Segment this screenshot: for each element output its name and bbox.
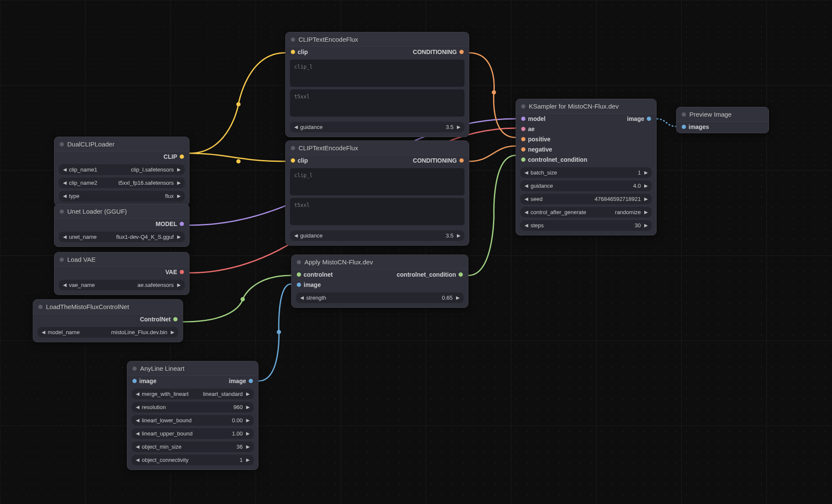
node-unet-loader[interactable]: Unet Loader (GGUF) MODEL ◀unet_nameflux1… — [54, 204, 189, 247]
node-header[interactable]: DualCLIPLoader — [55, 137, 189, 152]
controlnet-output-port[interactable] — [173, 317, 178, 321]
collapse-dot-icon[interactable] — [297, 260, 301, 264]
node-title: Unet Loader (GGUF) — [67, 208, 127, 215]
node-preview-image[interactable]: Preview Image images — [676, 107, 769, 133]
node-dualcliploader[interactable]: DualCLIPLoader CLIP ◀clip_name1clip_l.sa… — [54, 137, 189, 206]
node-header[interactable]: Apply MistoCN-Flux.dev — [292, 255, 468, 269]
controlnet-condition-input-port[interactable] — [521, 158, 525, 162]
param-guidance[interactable]: ◀guidance4.0▶ — [520, 180, 652, 191]
param-steps[interactable]: ◀steps30▶ — [520, 220, 652, 231]
image-output-port[interactable] — [647, 117, 651, 121]
collapse-dot-icon[interactable] — [521, 104, 525, 109]
output-label: MODEL — [155, 220, 177, 227]
images-input-port[interactable] — [682, 125, 686, 129]
param-model-name[interactable]: ◀model_namemistoLine_Flux.dev.bin▶ — [37, 327, 178, 338]
chevron-left-icon: ◀ — [135, 444, 140, 450]
negative-input-port[interactable] — [521, 147, 525, 152]
collapse-dot-icon[interactable] — [132, 367, 137, 371]
clip-input-port[interactable] — [291, 50, 295, 54]
collapse-dot-icon[interactable] — [291, 37, 295, 42]
param-lineart-upper-bound[interactable]: ◀lineart_upper_bound1.00▶ — [132, 428, 254, 439]
positive-input-port[interactable] — [521, 137, 525, 141]
ae-input-port[interactable] — [521, 127, 525, 131]
node-header[interactable]: Preview Image — [677, 107, 769, 122]
chevron-right-icon: ▶ — [245, 431, 250, 436]
collapse-dot-icon[interactable] — [60, 209, 64, 214]
chevron-right-icon: ▶ — [245, 391, 250, 397]
node-header[interactable]: Load VAE — [55, 252, 189, 267]
node-header[interactable]: AnyLine Lineart — [127, 361, 258, 376]
node-apply-mistocn[interactable]: Apply MistoCN-Flux.dev controlnet contro… — [291, 255, 468, 308]
param-guidance[interactable]: ◀guidance3.5▶ — [290, 122, 465, 132]
param-unet-name[interactable]: ◀unet_nameflux1-dev-Q4_K_S.gguf▶ — [59, 232, 185, 242]
controlnet-input-port[interactable] — [297, 272, 301, 277]
output-label: image — [229, 378, 246, 384]
param-strength[interactable]: ◀strength0.65▶ — [296, 292, 464, 303]
param-batch-size[interactable]: ◀batch_size1▶ — [520, 167, 652, 178]
param-clip-name2[interactable]: ◀clip_name2t5xxl_fp16.safetensors▶ — [59, 178, 185, 188]
chevron-left-icon: ◀ — [62, 282, 67, 288]
chevron-right-icon: ▶ — [643, 209, 648, 215]
node-header[interactable]: CLIPTextEncodeFlux — [286, 141, 469, 155]
collapse-dot-icon[interactable] — [291, 146, 295, 150]
t5xxl-textarea[interactable]: t5xxl — [290, 198, 465, 225]
input-label: ae — [528, 126, 535, 132]
conditioning-output-port[interactable] — [459, 158, 464, 163]
chevron-left-icon: ◀ — [135, 404, 140, 410]
image-input-port[interactable] — [132, 379, 137, 383]
chevron-left-icon: ◀ — [524, 183, 529, 189]
param-vae-name[interactable]: ◀vae_nameae.safetensors▶ — [59, 280, 185, 290]
chevron-right-icon: ▶ — [176, 180, 181, 186]
node-ksampler[interactable]: KSampler for MistoCN-Flux.dev model imag… — [516, 99, 657, 235]
chevron-right-icon: ▶ — [176, 234, 181, 240]
param-lineart-lower-bound[interactable]: ◀lineart_lower_bound0.00▶ — [132, 415, 254, 426]
chevron-left-icon: ◀ — [62, 167, 67, 172]
param-merge-with-lineart[interactable]: ◀merge_with_lineartlineart_standard▶ — [132, 389, 254, 399]
input-label: negative — [528, 146, 552, 153]
clip-input-port[interactable] — [291, 158, 295, 163]
param-seed[interactable]: ◀seed476846592718921▶ — [520, 194, 652, 204]
collapse-dot-icon[interactable] — [60, 258, 64, 262]
input-label: positive — [528, 136, 551, 143]
node-title: Preview Image — [689, 111, 732, 118]
node-anyline-lineart[interactable]: AnyLine Lineart image image ◀merge_with_… — [127, 361, 258, 470]
vae-output-port[interactable] — [180, 270, 184, 274]
image-input-port[interactable] — [297, 283, 301, 287]
node-clip-text-encode-1[interactable]: CLIPTextEncodeFlux clip CONDITIONING cli… — [285, 32, 469, 137]
param-object-connectivity[interactable]: ◀object_connectivity1▶ — [132, 455, 254, 465]
t5xxl-textarea[interactable]: t5xxl — [290, 89, 465, 117]
clip-l-textarea[interactable]: clip_l — [290, 168, 465, 195]
node-header[interactable]: KSampler for MistoCN-Flux.dev — [516, 99, 656, 114]
param-object-min-size[interactable]: ◀object_min_size36▶ — [132, 441, 254, 452]
chevron-left-icon: ◀ — [524, 223, 529, 228]
node-header[interactable]: CLIPTextEncodeFlux — [286, 32, 469, 47]
image-output-port[interactable] — [249, 379, 253, 383]
param-control-after-generate[interactable]: ◀control_after_generaterandomize▶ — [520, 207, 652, 218]
chevron-left-icon: ◀ — [62, 193, 67, 199]
chevron-right-icon: ▶ — [643, 170, 648, 175]
node-load-controlnet[interactable]: LoadTheMistoFluxControlNet ControlNet ◀m… — [33, 299, 183, 342]
controlnet-condition-output-port[interactable] — [459, 272, 463, 277]
param-type[interactable]: ◀typeflux▶ — [59, 191, 185, 201]
clip-output-port[interactable] — [180, 155, 184, 159]
node-header[interactable]: LoadTheMistoFluxControlNet — [33, 300, 183, 314]
node-clip-text-encode-2[interactable]: CLIPTextEncodeFlux clip CONDITIONING cli… — [285, 140, 469, 246]
param-clip-name1[interactable]: ◀clip_name1clip_l.safetensors▶ — [59, 164, 185, 175]
chevron-left-icon: ◀ — [293, 124, 298, 130]
output-label: image — [627, 115, 644, 122]
clip-l-textarea[interactable]: clip_l — [290, 60, 465, 87]
param-resolution[interactable]: ◀resolution960▶ — [132, 402, 254, 412]
model-output-port[interactable] — [180, 222, 184, 226]
node-title: Load VAE — [67, 256, 95, 263]
conditioning-output-port[interactable] — [459, 50, 464, 54]
chevron-right-icon: ▶ — [170, 329, 175, 335]
node-header[interactable]: Unet Loader (GGUF) — [55, 204, 189, 219]
collapse-dot-icon[interactable] — [60, 142, 64, 146]
collapse-dot-icon[interactable] — [682, 112, 686, 117]
output-label: CLIP — [164, 153, 177, 160]
param-guidance[interactable]: ◀guidance3.5▶ — [290, 230, 465, 241]
collapse-dot-icon[interactable] — [38, 305, 43, 309]
node-canvas[interactable]: DualCLIPLoader CLIP ◀clip_name1clip_l.sa… — [0, 0, 832, 504]
node-load-vae[interactable]: Load VAE VAE ◀vae_nameae.safetensors▶ — [54, 252, 189, 295]
model-input-port[interactable] — [521, 117, 525, 121]
